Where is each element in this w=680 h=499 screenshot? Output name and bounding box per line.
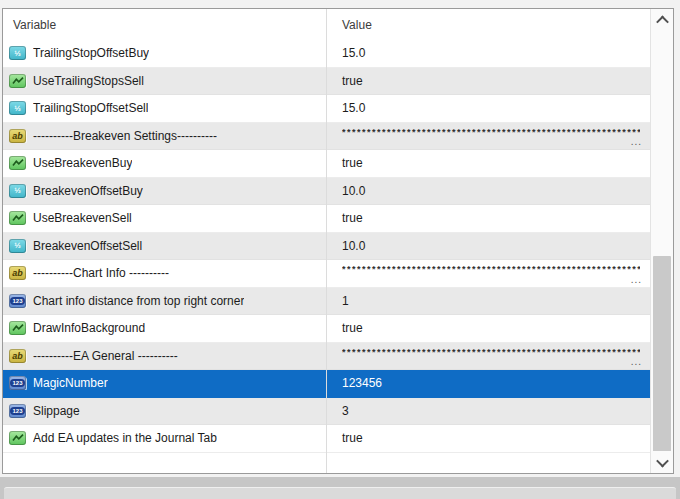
variable-cell: 123MagicNumber: [3, 376, 326, 390]
masked-value: ****************************************…: [342, 264, 640, 274]
variable-name: BreakevenOffsetSell: [33, 239, 142, 253]
variable-name: Slippage: [33, 404, 80, 418]
variable-cell: ½BreakevenOffsetSell: [3, 239, 326, 253]
variable-value[interactable]: true: [326, 205, 650, 232]
variable-name: DrawInfoBackground: [33, 321, 145, 335]
column-divider[interactable]: [326, 9, 327, 473]
variable-name: TrailingStopOffsetBuy: [33, 46, 149, 60]
variable-value[interactable]: 1: [326, 288, 650, 315]
double-type-icon: ½: [9, 101, 26, 115]
parameters-table: Variable Value ½TrailingStopOffsetBuy15.…: [2, 8, 674, 474]
variable-cell: UseBreakevenBuy: [3, 156, 326, 170]
variable-name: UseBreakevenBuy: [33, 156, 132, 170]
variable-value[interactable]: true: [326, 150, 650, 177]
string-type-icon: ab: [9, 266, 26, 280]
variable-value[interactable]: 10.0: [326, 233, 650, 260]
variable-cell: 123Slippage: [3, 404, 326, 418]
vertical-scrollbar[interactable]: [650, 9, 673, 473]
variable-name: ----------Chart Info ----------: [33, 266, 169, 280]
masked-value: ****************************************…: [342, 127, 640, 137]
variable-name: Chart info distance from top right corne…: [33, 294, 244, 308]
bool-type-icon: [9, 321, 26, 335]
variable-name: UseTrailingStopsSell: [33, 74, 144, 88]
variable-value[interactable]: 15.0: [326, 95, 650, 122]
bool-type-icon: [9, 431, 26, 445]
variable-name: ----------EA General ----------: [33, 349, 178, 363]
truncation-ellipsis: ...: [631, 357, 642, 367]
variable-value[interactable]: 123456: [326, 370, 650, 397]
string-type-icon: ab: [9, 129, 26, 143]
variable-value[interactable]: ****************************************…: [326, 260, 650, 287]
double-type-icon: ½: [9, 46, 26, 60]
variable-cell: 123Chart info distance from top right co…: [3, 294, 326, 308]
variable-value[interactable]: true: [326, 425, 650, 452]
chevron-down-icon: [656, 454, 669, 467]
variable-value[interactable]: true: [326, 315, 650, 342]
variable-value[interactable]: ****************************************…: [326, 343, 650, 370]
double-type-icon: ½: [9, 184, 26, 198]
variable-cell: ½TrailingStopOffsetSell: [3, 101, 326, 115]
scroll-up-button[interactable]: [651, 9, 673, 31]
variable-value[interactable]: 10.0: [326, 178, 650, 205]
variable-name: TrailingStopOffsetSell: [33, 101, 148, 115]
scroll-down-button[interactable]: [651, 451, 673, 473]
variable-value[interactable]: true: [326, 68, 650, 95]
variable-name: BreakevenOffsetBuy: [33, 184, 143, 198]
dialog-bottom-panel: [4, 487, 676, 499]
variable-cell: ab----------Breakeven Settings----------: [3, 129, 326, 143]
bool-type-icon: [9, 156, 26, 170]
string-type-icon: ab: [9, 349, 26, 363]
variable-name: ----------Breakeven Settings----------: [33, 129, 217, 143]
scrollbar-thumb[interactable]: [653, 256, 671, 452]
double-type-icon: ½: [9, 239, 26, 253]
column-header-variable[interactable]: Variable: [3, 18, 326, 32]
chevron-up-icon: [656, 15, 669, 28]
variable-name: UseBreakevenSell: [33, 211, 132, 225]
variable-cell: DrawInfoBackground: [3, 321, 326, 335]
variable-value[interactable]: ****************************************…: [326, 123, 650, 150]
dialog-background: [0, 477, 680, 499]
variable-cell: ½BreakevenOffsetBuy: [3, 184, 326, 198]
bool-type-icon: [9, 74, 26, 88]
bool-type-icon: [9, 211, 26, 225]
int-type-icon: 123: [9, 294, 26, 308]
variable-cell: ½TrailingStopOffsetBuy: [3, 46, 326, 60]
variable-cell: UseBreakevenSell: [3, 211, 326, 225]
masked-value: ****************************************…: [342, 347, 640, 357]
variable-cell: UseTrailingStopsSell: [3, 74, 326, 88]
table-header: Variable Value: [3, 9, 673, 41]
truncation-ellipsis: ...: [631, 137, 642, 147]
variable-value[interactable]: 15.0: [326, 40, 650, 67]
truncation-ellipsis: ...: [631, 275, 642, 285]
variable-cell: ab----------EA General ----------: [3, 349, 326, 363]
variable-cell: ab----------Chart Info ----------: [3, 266, 326, 280]
column-header-value[interactable]: Value: [326, 18, 673, 32]
variable-name: Add EA updates in the Journal Tab: [33, 431, 217, 445]
variable-cell: Add EA updates in the Journal Tab: [3, 431, 326, 445]
int-type-icon: 123: [9, 404, 26, 418]
variable-value[interactable]: 3: [326, 398, 650, 425]
variable-name: MagicNumber: [33, 376, 108, 390]
int-type-icon: 123: [9, 376, 26, 390]
